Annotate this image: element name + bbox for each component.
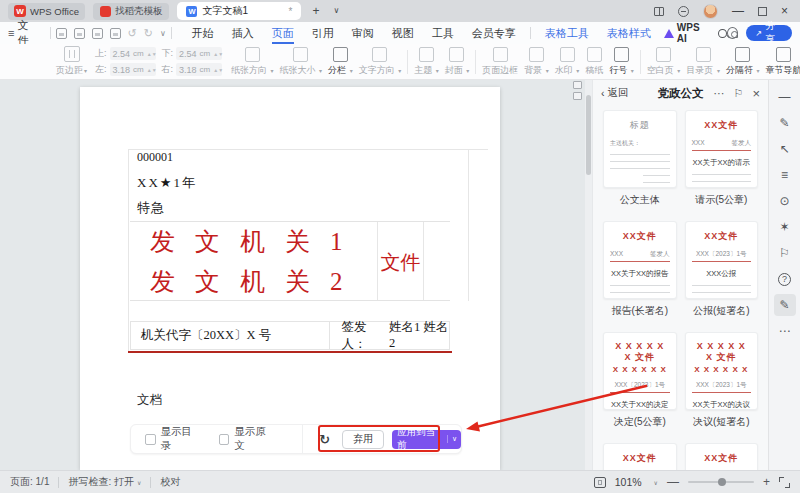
skin-icon[interactable]: ⚐ [774, 242, 796, 264]
template-thumbnail[interactable]: 标题主送机关： [603, 110, 677, 188]
menu-tab-页面[interactable]: 页面 [263, 22, 303, 44]
close-panel-icon[interactable]: × [752, 87, 760, 100]
menu-tab-工具[interactable]: 工具 [423, 22, 463, 44]
menu-tab-表格样式[interactable]: 表格样式 [598, 22, 660, 44]
ribbon-button-纸张方向[interactable]: 纸张方向 ▾ [228, 44, 277, 79]
ribbon-button-文字方向[interactable]: 文字方向 ▾ [356, 44, 405, 79]
template-thumbnail[interactable]: XX文件XXX签发人XX关于XX的报告 [603, 443, 677, 470]
template-card-公报(短署名)[interactable]: XX文件XXX〔2023〕1号XXX公报公报(短署名) [685, 221, 759, 324]
collapse-icon[interactable]: — [774, 86, 796, 108]
show-original-checkbox[interactable]: 显示原文 [219, 425, 275, 453]
checkbox-icon[interactable] [145, 434, 156, 445]
stepper-icon[interactable]: ▲▼ [147, 68, 157, 72]
ribbon-button-行号[interactable]: 行号 ▾ [606, 44, 637, 79]
template-thumbnail[interactable]: XX文件XXX〔2023〕1号XXX公报 [685, 221, 759, 299]
view-toggles[interactable] [573, 81, 582, 100]
ribbon-button-页面边框[interactable]: 页面边框 [479, 44, 521, 79]
zoom-in-button[interactable]: + [763, 475, 770, 489]
adjust-settings-icon[interactable]: ≡ [774, 164, 796, 186]
apply-dropdown-icon[interactable]: ∨ [447, 435, 461, 443]
document-page[interactable]: 000001 XX★1年 特急 发文机关1 发文机关2 文件 机关代字〔20XX… [80, 87, 500, 470]
ribbon-button-分栏[interactable]: 分栏 ▾ [325, 44, 356, 79]
template-thumbnail[interactable]: X X X X X X 文件X X X X X XXXX〔2023〕1号XX关于… [685, 332, 759, 410]
spellcheck-dropdown-icon[interactable]: ∨ [137, 479, 141, 486]
margin-left-field[interactable]: 左: 3.18cm▲▼ [95, 63, 156, 76]
help-icon[interactable]: ? [774, 268, 796, 290]
ribbon-button-分隔符[interactable]: 分隔符 ▾ [723, 44, 763, 79]
close-button[interactable]: × [781, 5, 788, 17]
template-card-公文主体[interactable]: 标题主送机关：公文主体 [603, 110, 677, 213]
template-card-XX关于XX的报告[interactable]: XX文件XXX签发人XX关于XX的报告 [603, 443, 677, 470]
stamp-seal-icon[interactable]: ⊙ [774, 190, 796, 212]
zoom-dropdown-icon[interactable]: ∨ [654, 479, 658, 486]
minimize-button[interactable]: — [732, 5, 744, 17]
menu-tab-插入[interactable]: 插入 [223, 22, 263, 44]
discard-button[interactable]: 弃用 [342, 430, 384, 449]
redo-icon[interactable]: ↻ [144, 28, 153, 39]
ribbon-button-水印[interactable]: 水印 ▾ [552, 44, 583, 79]
menu-tab-审阅[interactable]: 审阅 [343, 22, 383, 44]
print-icon[interactable] [92, 28, 103, 39]
menu-tab-开始[interactable]: 开始 [183, 22, 223, 44]
pin-icon[interactable]: ⚐ [734, 88, 744, 99]
tab-docer-templates[interactable]: 找稻壳模板 [93, 3, 170, 20]
ribbon-button-主题[interactable]: 主题 ▾ [411, 44, 442, 79]
document-canvas[interactable]: 000001 XX★1年 特急 发文机关1 发文机关2 文件 机关代字〔20XX… [0, 80, 585, 470]
scroll-thumb[interactable] [586, 95, 591, 175]
edit-pen-icon[interactable]: ✎ [774, 112, 796, 134]
menu-tab-引用[interactable]: 引用 [303, 22, 343, 44]
user-avatar[interactable] [703, 4, 718, 19]
template-card-决议(短署名)[interactable]: X X X X X X 文件X X X X X XXXX〔2023〕1号XX关于… [685, 332, 759, 435]
fullscreen-icon[interactable] [779, 477, 790, 488]
menu-tab-视图[interactable]: 视图 [383, 22, 423, 44]
template-thumbnail[interactable]: XX文件XXX签发人XX关于XX的请示 [685, 110, 759, 188]
wps-ai-button[interactable]: WPS AI [664, 22, 710, 44]
zoom-slider-thumb[interactable] [718, 478, 726, 486]
spellcheck-status[interactable]: 拼写检查: 打开 [68, 475, 134, 489]
template-card-报告(长署名)[interactable]: XX文件XXX签发人XX关于XX的报告报告(长署名) [603, 221, 677, 324]
margin-bottom-field[interactable]: 下: 2.54cm▲▼ [162, 47, 223, 60]
back-button[interactable]: ‹返回 [601, 86, 629, 100]
apply-current-button[interactable]: 应用到当前 ∨ [392, 430, 461, 449]
collaborate-icon[interactable] [727, 27, 738, 39]
stepper-icon[interactable]: ▲▼ [147, 52, 157, 56]
vertical-scrollbar[interactable] [585, 80, 592, 470]
more-options-icon[interactable]: ⋯ [714, 88, 725, 99]
ribbon-button-稿纸[interactable]: 稿纸 [582, 44, 606, 79]
show-toc-checkbox[interactable]: 显示目录 [145, 425, 201, 453]
theme-globe-icon[interactable] [678, 6, 689, 17]
zoom-out-button[interactable]: — [667, 475, 679, 489]
margin-right-field[interactable]: 右: 3.18cm▲▼ [162, 63, 223, 76]
undo-icon[interactable]: ↺ [128, 28, 137, 39]
zoom-slider[interactable] [688, 481, 754, 483]
grid-toggle-icon[interactable] [573, 92, 582, 100]
save-icon[interactable] [56, 28, 67, 39]
zoom-level[interactable]: 101% [615, 476, 642, 488]
fit-page-icon[interactable] [594, 477, 606, 488]
template-thumbnail[interactable]: XX文件XXX签发人XX关于XX的报告 [603, 221, 677, 299]
print-preview-icon[interactable] [110, 28, 121, 39]
ribbon-button-纸张大小[interactable]: 纸张大小 ▾ [277, 44, 326, 79]
template-thumbnail[interactable]: X X X X X X 文件X X X X X XXXX〔2023〕1号XX关于… [603, 332, 677, 410]
ink-proof-icon[interactable]: ✎ [774, 294, 796, 316]
hamburger-icon[interactable]: ≡ [8, 27, 14, 39]
stepper-icon[interactable]: ▲▼ [213, 52, 223, 56]
ribbon-button-封面[interactable]: 封面 ▾ [442, 44, 473, 79]
menu-tab-会员专享[interactable]: 会员专享 [463, 22, 525, 44]
tab-document-active[interactable]: W 文字文稿1 * [177, 2, 301, 20]
export-icon[interactable] [74, 28, 85, 39]
tools-icon[interactable]: ✶ [774, 216, 796, 238]
more-icon[interactable]: ⋯ [774, 320, 796, 342]
template-card-XX关于XX的通告[interactable]: XX文件XXX〔2023〕1号XX关于XX的通告 [685, 443, 759, 470]
menu-tab-表格工具[interactable]: 表格工具 [536, 22, 598, 44]
template-thumbnail[interactable]: XX文件XXX〔2023〕1号XX关于XX的通告 [685, 443, 759, 470]
tab-list-button[interactable]: ∨ [330, 7, 342, 15]
layout-switch-icon[interactable] [654, 7, 664, 16]
ribbon-button-目录页[interactable]: 目录页 ▾ [683, 44, 723, 79]
page-margins-button[interactable]: 页边距▾ [56, 46, 87, 77]
ruler-toggle-icon[interactable] [573, 81, 582, 89]
margin-top-field[interactable]: 上: 2.54cm▲▼ [95, 47, 156, 60]
app-pill[interactable]: W WPS Office [8, 3, 85, 20]
search-icon[interactable] [718, 29, 727, 38]
select-cursor-icon[interactable]: ↖ [774, 138, 796, 160]
